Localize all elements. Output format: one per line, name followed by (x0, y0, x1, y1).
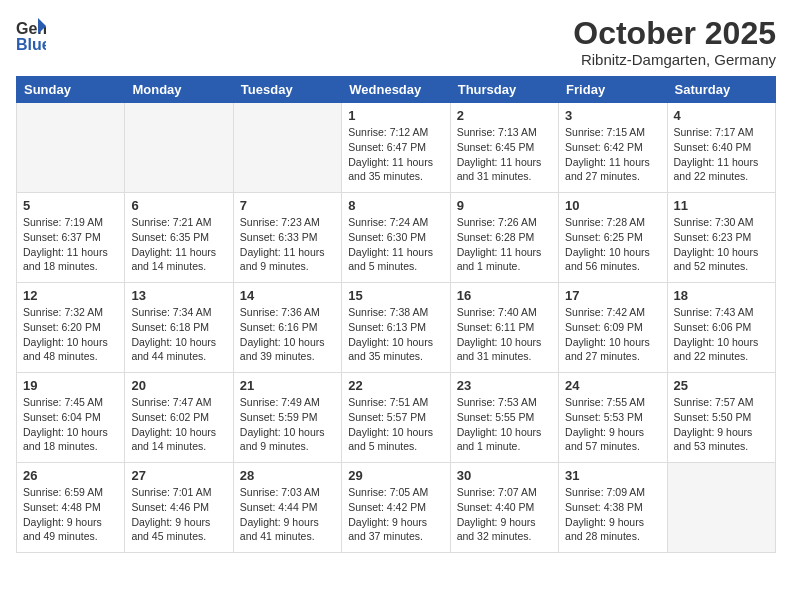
calendar-cell: 29Sunrise: 7:05 AMSunset: 4:42 PMDayligh… (342, 463, 450, 553)
day-info: Sunrise: 7:45 AMSunset: 6:04 PMDaylight:… (23, 395, 118, 454)
day-info: Sunrise: 7:30 AMSunset: 6:23 PMDaylight:… (674, 215, 769, 274)
day-number: 29 (348, 468, 443, 483)
day-info: Sunrise: 7:34 AMSunset: 6:18 PMDaylight:… (131, 305, 226, 364)
day-number: 21 (240, 378, 335, 393)
day-number: 14 (240, 288, 335, 303)
day-info: Sunrise: 7:17 AMSunset: 6:40 PMDaylight:… (674, 125, 769, 184)
calendar-cell: 11Sunrise: 7:30 AMSunset: 6:23 PMDayligh… (667, 193, 775, 283)
calendar-cell: 8Sunrise: 7:24 AMSunset: 6:30 PMDaylight… (342, 193, 450, 283)
day-number: 15 (348, 288, 443, 303)
calendar-cell: 2Sunrise: 7:13 AMSunset: 6:45 PMDaylight… (450, 103, 558, 193)
day-info: Sunrise: 7:01 AMSunset: 4:46 PMDaylight:… (131, 485, 226, 544)
day-number: 8 (348, 198, 443, 213)
weekday-header-wednesday: Wednesday (342, 77, 450, 103)
calendar-cell: 5Sunrise: 7:19 AMSunset: 6:37 PMDaylight… (17, 193, 125, 283)
day-info: Sunrise: 7:05 AMSunset: 4:42 PMDaylight:… (348, 485, 443, 544)
day-info: Sunrise: 7:32 AMSunset: 6:20 PMDaylight:… (23, 305, 118, 364)
calendar-cell: 15Sunrise: 7:38 AMSunset: 6:13 PMDayligh… (342, 283, 450, 373)
calendar-cell: 25Sunrise: 7:57 AMSunset: 5:50 PMDayligh… (667, 373, 775, 463)
calendar-cell: 13Sunrise: 7:34 AMSunset: 6:18 PMDayligh… (125, 283, 233, 373)
logo-icon: General Blue (16, 16, 46, 58)
calendar-cell: 1Sunrise: 7:12 AMSunset: 6:47 PMDaylight… (342, 103, 450, 193)
header: General Blue October 2025 Ribnitz-Damgar… (16, 16, 776, 68)
day-number: 23 (457, 378, 552, 393)
calendar-table: SundayMondayTuesdayWednesdayThursdayFrid… (16, 76, 776, 553)
calendar-cell: 10Sunrise: 7:28 AMSunset: 6:25 PMDayligh… (559, 193, 667, 283)
calendar-cell: 18Sunrise: 7:43 AMSunset: 6:06 PMDayligh… (667, 283, 775, 373)
day-number: 17 (565, 288, 660, 303)
day-info: Sunrise: 7:15 AMSunset: 6:42 PMDaylight:… (565, 125, 660, 184)
day-info: Sunrise: 7:42 AMSunset: 6:09 PMDaylight:… (565, 305, 660, 364)
day-number: 27 (131, 468, 226, 483)
day-info: Sunrise: 7:19 AMSunset: 6:37 PMDaylight:… (23, 215, 118, 274)
calendar-cell: 17Sunrise: 7:42 AMSunset: 6:09 PMDayligh… (559, 283, 667, 373)
day-info: Sunrise: 7:55 AMSunset: 5:53 PMDaylight:… (565, 395, 660, 454)
day-number: 22 (348, 378, 443, 393)
calendar-cell (125, 103, 233, 193)
svg-text:Blue: Blue (16, 36, 46, 53)
calendar-cell (233, 103, 341, 193)
day-number: 24 (565, 378, 660, 393)
weekday-header-thursday: Thursday (450, 77, 558, 103)
calendar-subtitle: Ribnitz-Damgarten, Germany (573, 51, 776, 68)
day-info: Sunrise: 7:24 AMSunset: 6:30 PMDaylight:… (348, 215, 443, 274)
day-info: Sunrise: 7:21 AMSunset: 6:35 PMDaylight:… (131, 215, 226, 274)
day-number: 9 (457, 198, 552, 213)
day-number: 1 (348, 108, 443, 123)
weekday-header-monday: Monday (125, 77, 233, 103)
day-number: 13 (131, 288, 226, 303)
day-number: 26 (23, 468, 118, 483)
calendar-cell: 3Sunrise: 7:15 AMSunset: 6:42 PMDaylight… (559, 103, 667, 193)
calendar-cell: 9Sunrise: 7:26 AMSunset: 6:28 PMDaylight… (450, 193, 558, 283)
day-info: Sunrise: 7:51 AMSunset: 5:57 PMDaylight:… (348, 395, 443, 454)
calendar-cell: 12Sunrise: 7:32 AMSunset: 6:20 PMDayligh… (17, 283, 125, 373)
day-number: 6 (131, 198, 226, 213)
day-info: Sunrise: 7:38 AMSunset: 6:13 PMDaylight:… (348, 305, 443, 364)
day-info: Sunrise: 7:43 AMSunset: 6:06 PMDaylight:… (674, 305, 769, 364)
day-number: 19 (23, 378, 118, 393)
day-number: 16 (457, 288, 552, 303)
day-info: Sunrise: 7:09 AMSunset: 4:38 PMDaylight:… (565, 485, 660, 544)
day-number: 30 (457, 468, 552, 483)
day-number: 2 (457, 108, 552, 123)
calendar-cell: 6Sunrise: 7:21 AMSunset: 6:35 PMDaylight… (125, 193, 233, 283)
day-number: 3 (565, 108, 660, 123)
day-number: 28 (240, 468, 335, 483)
day-number: 11 (674, 198, 769, 213)
calendar-cell: 26Sunrise: 6:59 AMSunset: 4:48 PMDayligh… (17, 463, 125, 553)
day-info: Sunrise: 7:26 AMSunset: 6:28 PMDaylight:… (457, 215, 552, 274)
calendar-week-row: 5Sunrise: 7:19 AMSunset: 6:37 PMDaylight… (17, 193, 776, 283)
day-info: Sunrise: 7:49 AMSunset: 5:59 PMDaylight:… (240, 395, 335, 454)
weekday-header-friday: Friday (559, 77, 667, 103)
logo: General Blue (16, 16, 46, 58)
calendar-cell: 22Sunrise: 7:51 AMSunset: 5:57 PMDayligh… (342, 373, 450, 463)
day-info: Sunrise: 7:13 AMSunset: 6:45 PMDaylight:… (457, 125, 552, 184)
calendar-cell: 16Sunrise: 7:40 AMSunset: 6:11 PMDayligh… (450, 283, 558, 373)
calendar-cell: 21Sunrise: 7:49 AMSunset: 5:59 PMDayligh… (233, 373, 341, 463)
day-info: Sunrise: 7:40 AMSunset: 6:11 PMDaylight:… (457, 305, 552, 364)
calendar-title: October 2025 (573, 16, 776, 51)
title-area: October 2025 Ribnitz-Damgarten, Germany (573, 16, 776, 68)
weekday-header-sunday: Sunday (17, 77, 125, 103)
calendar-week-row: 19Sunrise: 7:45 AMSunset: 6:04 PMDayligh… (17, 373, 776, 463)
day-info: Sunrise: 7:47 AMSunset: 6:02 PMDaylight:… (131, 395, 226, 454)
day-info: Sunrise: 7:57 AMSunset: 5:50 PMDaylight:… (674, 395, 769, 454)
day-info: Sunrise: 7:12 AMSunset: 6:47 PMDaylight:… (348, 125, 443, 184)
calendar-week-row: 12Sunrise: 7:32 AMSunset: 6:20 PMDayligh… (17, 283, 776, 373)
day-info: Sunrise: 7:28 AMSunset: 6:25 PMDaylight:… (565, 215, 660, 274)
day-number: 18 (674, 288, 769, 303)
day-number: 5 (23, 198, 118, 213)
calendar-cell: 23Sunrise: 7:53 AMSunset: 5:55 PMDayligh… (450, 373, 558, 463)
weekday-header-tuesday: Tuesday (233, 77, 341, 103)
weekday-header-row: SundayMondayTuesdayWednesdayThursdayFrid… (17, 77, 776, 103)
calendar-cell: 19Sunrise: 7:45 AMSunset: 6:04 PMDayligh… (17, 373, 125, 463)
calendar-cell: 24Sunrise: 7:55 AMSunset: 5:53 PMDayligh… (559, 373, 667, 463)
day-info: Sunrise: 7:53 AMSunset: 5:55 PMDaylight:… (457, 395, 552, 454)
calendar-cell: 31Sunrise: 7:09 AMSunset: 4:38 PMDayligh… (559, 463, 667, 553)
day-info: Sunrise: 6:59 AMSunset: 4:48 PMDaylight:… (23, 485, 118, 544)
calendar-cell: 30Sunrise: 7:07 AMSunset: 4:40 PMDayligh… (450, 463, 558, 553)
calendar-cell: 28Sunrise: 7:03 AMSunset: 4:44 PMDayligh… (233, 463, 341, 553)
day-info: Sunrise: 7:03 AMSunset: 4:44 PMDaylight:… (240, 485, 335, 544)
day-number: 12 (23, 288, 118, 303)
calendar-cell: 20Sunrise: 7:47 AMSunset: 6:02 PMDayligh… (125, 373, 233, 463)
